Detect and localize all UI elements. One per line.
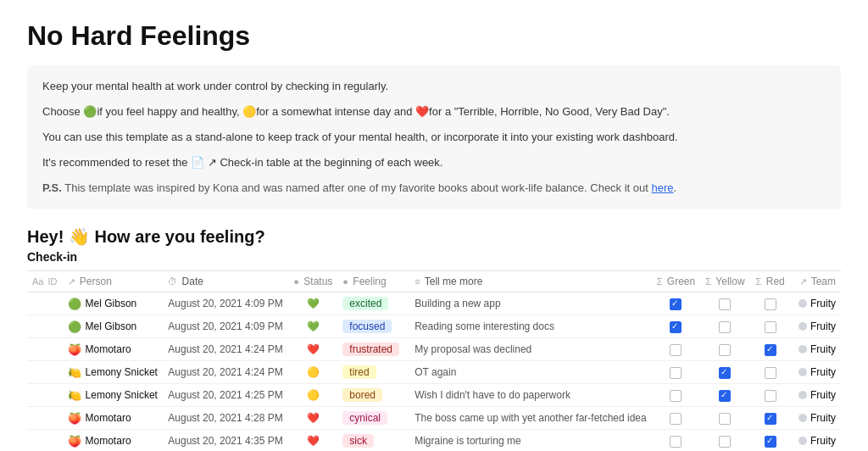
- green-checkbox[interactable]: [670, 344, 682, 356]
- person-emoji: 🍑: [68, 343, 81, 356]
- cell-green[interactable]: [652, 292, 701, 315]
- cell-id: [27, 315, 63, 338]
- cell-feeling: bored: [337, 384, 409, 407]
- red-checkbox[interactable]: [765, 413, 776, 425]
- cell-status: 💚: [288, 315, 337, 338]
- th-yellow: Σ Yellow: [700, 271, 749, 292]
- cell-feeling: excited: [337, 292, 409, 315]
- yellow-checkbox[interactable]: [719, 344, 731, 356]
- red-checkbox[interactable]: [765, 344, 776, 356]
- cell-red[interactable]: [750, 338, 791, 361]
- yellow-checkbox[interactable]: [719, 298, 731, 310]
- cell-team: Fruity: [791, 407, 841, 430]
- th-id: Aa ID: [27, 271, 63, 292]
- cell-green[interactable]: [652, 338, 701, 361]
- th-team: ↗ Team: [791, 271, 841, 292]
- red-checkbox[interactable]: [765, 321, 776, 333]
- table-row: 🍋 Lemony Snicket August 20, 2021 4:24 PM…: [27, 361, 841, 384]
- red-checkbox[interactable]: [765, 298, 776, 310]
- cell-yellow[interactable]: [700, 338, 749, 361]
- table-row: 🍋 Lemony Snicket August 20, 2021 4:25 PM…: [27, 384, 841, 407]
- cell-tell: My proposal was declined: [409, 338, 652, 361]
- cell-team: Fruity: [791, 315, 841, 338]
- cell-person: 🍋 Lemony Snicket: [63, 384, 164, 407]
- page-title: No Hard Feelings: [27, 20, 841, 52]
- cell-red[interactable]: [750, 315, 791, 338]
- green-checkbox[interactable]: [670, 298, 682, 310]
- team-dot: [798, 414, 807, 422]
- cell-status: ❤️: [288, 407, 337, 430]
- team-dot: [798, 368, 807, 376]
- yellow-checkbox[interactable]: [719, 390, 731, 402]
- cell-yellow[interactable]: [700, 407, 749, 430]
- description-box: Keep your mental health at work under co…: [27, 65, 841, 209]
- cell-feeling: frustrated: [337, 338, 409, 361]
- cell-red[interactable]: [750, 384, 791, 407]
- cell-team: Fruity: [791, 361, 841, 384]
- feeling-badge: bored: [342, 388, 382, 402]
- cell-feeling: cynical: [337, 407, 409, 430]
- th-red: Σ Red: [750, 271, 791, 292]
- ps-link[interactable]: here: [652, 181, 674, 194]
- cell-green[interactable]: [652, 407, 701, 430]
- cell-person: 🍑 Momotaro: [63, 338, 164, 361]
- th-date: ⏱ Date: [163, 271, 288, 292]
- red-checkbox[interactable]: [765, 367, 776, 379]
- cell-status: ❤️: [288, 338, 337, 361]
- green-checkbox[interactable]: [670, 390, 682, 402]
- cell-team: Fruity: [791, 384, 841, 407]
- team-name: Fruity: [810, 389, 836, 401]
- person-name: Lemony Snicket: [86, 389, 158, 401]
- green-checkbox[interactable]: [670, 436, 682, 448]
- team-name: Fruity: [810, 298, 836, 309]
- cell-tell: OT again: [409, 361, 652, 384]
- team-dot: [798, 345, 807, 354]
- cell-status: ❤️: [288, 430, 337, 451]
- cell-team: Fruity: [791, 292, 841, 315]
- cell-green[interactable]: [652, 315, 701, 338]
- red-checkbox[interactable]: [765, 390, 776, 402]
- cell-status: 💚: [288, 292, 337, 315]
- red-checkbox[interactable]: [765, 436, 776, 448]
- cell-date: August 20, 2021 4:24 PM: [163, 338, 288, 361]
- cell-red[interactable]: [750, 407, 791, 430]
- person-emoji: 🟢: [68, 320, 81, 333]
- table-row: 🟢 Mel Gibson August 20, 2021 4:09 PM 💚 f…: [27, 315, 841, 338]
- cell-yellow[interactable]: [700, 315, 749, 338]
- cell-team: Fruity: [791, 430, 841, 451]
- yellow-checkbox[interactable]: [719, 321, 731, 333]
- team-name: Fruity: [810, 412, 836, 424]
- table-title: Check-in: [27, 250, 841, 264]
- cell-date: August 20, 2021 4:09 PM: [163, 315, 288, 338]
- cell-green[interactable]: [652, 361, 701, 384]
- cell-red[interactable]: [750, 292, 791, 315]
- cell-green[interactable]: [652, 384, 701, 407]
- cell-red[interactable]: [750, 430, 791, 451]
- yellow-checkbox[interactable]: [719, 413, 731, 425]
- feeling-badge: excited: [342, 297, 388, 310]
- green-checkbox[interactable]: [670, 367, 682, 379]
- yellow-checkbox[interactable]: [719, 367, 731, 379]
- cell-yellow[interactable]: [700, 292, 749, 315]
- team-dot: [798, 322, 807, 331]
- cell-yellow[interactable]: [700, 361, 749, 384]
- cell-yellow[interactable]: [700, 384, 749, 407]
- green-checkbox[interactable]: [670, 413, 682, 425]
- cell-tell: Wish I didn't have to do paperwork: [409, 384, 652, 407]
- desc-line4: It's recommended to reset the 📄 ↗ Check-…: [42, 153, 826, 172]
- feeling-badge: frustrated: [342, 342, 399, 356]
- yellow-checkbox[interactable]: [719, 436, 731, 448]
- section-heading: Hey! 👋 How are you feeling?: [27, 226, 841, 247]
- cell-feeling: sick: [337, 430, 409, 451]
- cell-yellow[interactable]: [700, 430, 749, 451]
- team-dot: [798, 299, 807, 308]
- green-checkbox[interactable]: [670, 321, 682, 333]
- table-row: 🍑 Momotaro August 20, 2021 4:35 PM ❤️ si…: [27, 430, 841, 451]
- cell-red[interactable]: [750, 361, 791, 384]
- cell-green[interactable]: [652, 430, 701, 451]
- cell-id: [27, 338, 63, 361]
- cell-person: 🟢 Mel Gibson: [63, 292, 164, 315]
- cell-status: 🟡: [288, 384, 337, 407]
- cell-tell: The boss came up with yet another far-fe…: [409, 407, 652, 430]
- cell-date: August 20, 2021 4:28 PM: [163, 407, 288, 430]
